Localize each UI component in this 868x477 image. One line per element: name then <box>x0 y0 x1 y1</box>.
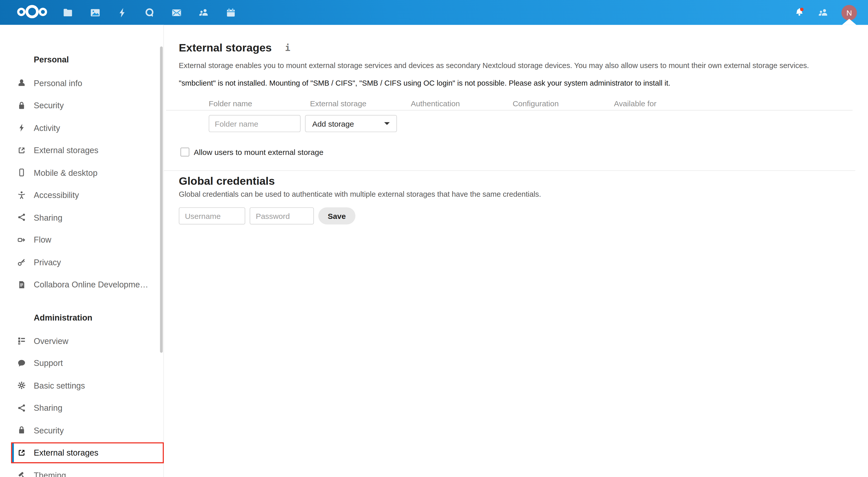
personal-section-heading: Personal <box>34 55 69 64</box>
files-icon[interactable] <box>63 7 73 18</box>
table-header-divider <box>166 110 852 111</box>
sidebar-item-theming[interactable]: Theming <box>0 464 164 477</box>
user-avatar[interactable]: N <box>841 5 857 20</box>
external-link-icon <box>17 146 26 155</box>
lock-icon <box>17 426 26 435</box>
talk-icon[interactable] <box>144 7 155 18</box>
sidebar-item-label: Mobile & desktop <box>34 168 97 177</box>
key-icon <box>17 258 26 267</box>
password-input[interactable] <box>250 207 314 225</box>
sidebar-item-label: Basic settings <box>34 381 85 390</box>
sidebar-item-label: Privacy <box>34 258 61 267</box>
nextcloud-logo[interactable] <box>17 5 47 18</box>
logo-ring-middle <box>26 5 39 18</box>
flow-icon <box>17 235 26 244</box>
global-credentials-description: Global credentials can be used to authen… <box>179 190 541 199</box>
photos-icon[interactable] <box>90 7 100 18</box>
column-header-folder-name: Folder name <box>209 99 252 108</box>
active-menu-caret <box>842 19 856 25</box>
main-content: External storages i External storage ena… <box>164 25 868 477</box>
sidebar-item-security-admin[interactable]: Security <box>0 419 164 442</box>
sidebar-item-label: Flow <box>34 235 51 245</box>
logo-ring-right <box>39 7 47 16</box>
sidebar-item-label: External storages <box>34 145 98 155</box>
sidebar-item-label: Support <box>34 359 63 368</box>
sidebar-item-label: Sharing <box>34 213 62 222</box>
accessibility-icon <box>17 191 26 200</box>
page-description: External storage enables you to mount ex… <box>179 61 809 70</box>
sidebar-item-label: Theming <box>34 470 66 477</box>
save-button[interactable]: Save <box>318 207 355 225</box>
lock-icon <box>17 101 26 110</box>
column-header-configuration: Configuration <box>513 99 559 108</box>
speech-bubble-icon <box>17 359 26 368</box>
column-header-authentication: Authentication <box>411 99 460 108</box>
phone-icon <box>17 168 26 177</box>
contacts-menu-icon[interactable] <box>818 7 829 18</box>
external-link-icon <box>17 448 26 457</box>
paint-roller-icon <box>17 471 26 477</box>
share-icon <box>17 213 26 222</box>
mail-icon[interactable] <box>171 7 182 18</box>
sidebar-item-external-storages-personal[interactable]: External storages <box>0 139 164 162</box>
sidebar-item-label: Activity <box>34 123 60 133</box>
page-title: External storages <box>179 41 272 54</box>
chevron-down-icon <box>384 122 390 125</box>
sidebar-item-accessibility[interactable]: Accessibility <box>0 184 164 206</box>
sidebar-scrollbar-thumb[interactable] <box>160 46 163 353</box>
logo-ring-left <box>17 7 26 16</box>
allow-users-label: Allow users to mount external storage <box>194 147 323 157</box>
nextcloud-settings-page: N Personal Personal info Security Activi… <box>0 0 868 477</box>
app-menu <box>63 0 236 25</box>
add-storage-label: Add storage <box>312 119 384 128</box>
column-header-external-storage: External storage <box>310 99 366 108</box>
personal-section-list: Personal info Security Activity External… <box>0 72 164 296</box>
activity-icon[interactable] <box>117 7 128 18</box>
app-header: N <box>0 0 868 25</box>
sidebar-item-label: Security <box>34 425 64 435</box>
notifications-bell-icon[interactable] <box>794 7 805 18</box>
sidebar-item-security-personal[interactable]: Security <box>0 94 164 117</box>
sidebar-item-support[interactable]: Support <box>0 352 164 374</box>
info-icon[interactable]: i <box>285 42 290 53</box>
sidebar-item-collabora[interactable]: Collabora Online Development Edit… <box>0 273 164 296</box>
sidebar-item-personal-info[interactable]: Personal info <box>0 72 164 94</box>
sidebar-item-label: Security <box>34 101 64 110</box>
folder-name-input[interactable] <box>209 115 301 132</box>
smbclient-warning: "smbclient" is not installed. Mounting o… <box>179 79 670 88</box>
global-credentials-title: Global credentials <box>179 175 275 188</box>
sidebar-item-label: Personal info <box>34 78 82 88</box>
column-header-available-for: Available for <box>614 99 656 108</box>
add-storage-select[interactable]: Add storage <box>305 115 397 132</box>
sidebar-item-label: Sharing <box>34 403 62 412</box>
sidebar-item-external-storages-admin[interactable]: External storages <box>0 442 164 464</box>
sidebar-item-overview[interactable]: Overview <box>0 330 164 352</box>
share-icon <box>17 403 26 412</box>
sidebar-item-label: External storages <box>34 448 98 457</box>
sidebar-item-label: Overview <box>34 336 68 345</box>
username-input[interactable] <box>179 207 245 225</box>
allow-users-checkbox[interactable] <box>180 147 189 157</box>
sidebar-item-sharing-admin[interactable]: Sharing <box>0 397 164 419</box>
document-icon <box>17 280 26 289</box>
administration-section-list: Overview Support Basic settings Sharing … <box>0 330 164 477</box>
sidebar-item-label: Accessibility <box>34 190 79 200</box>
lightning-icon <box>17 123 26 132</box>
sidebar-item-sharing-personal[interactable]: Sharing <box>0 206 164 229</box>
settings-sidebar: Personal Personal info Security Activity… <box>0 25 164 477</box>
contacts-icon[interactable] <box>198 7 209 18</box>
list-overview-icon <box>17 336 26 345</box>
gear-icon <box>17 381 26 390</box>
sidebar-item-privacy[interactable]: Privacy <box>0 251 164 273</box>
sidebar-item-label: Collabora Online Development Edit… <box>34 280 153 289</box>
sidebar-item-activity[interactable]: Activity <box>0 117 164 139</box>
section-divider <box>164 170 855 171</box>
sidebar-item-flow[interactable]: Flow <box>0 229 164 251</box>
administration-section-heading: Administration <box>34 313 92 322</box>
user-icon <box>17 79 26 88</box>
sidebar-item-mobile-desktop[interactable]: Mobile & desktop <box>0 162 164 184</box>
sidebar-item-basic-settings[interactable]: Basic settings <box>0 374 164 397</box>
calendar-icon[interactable] <box>225 7 236 18</box>
